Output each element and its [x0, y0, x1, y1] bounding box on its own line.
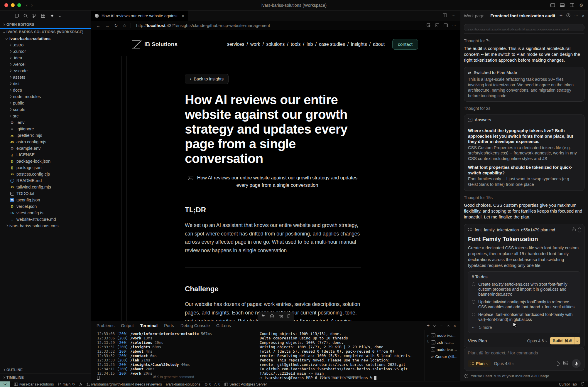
- site-nav-link[interactable]: tools: [291, 42, 301, 47]
- plan-filename[interactable]: font_family_tokenization_e55a1479.plan.m…: [475, 228, 570, 232]
- panel-more-icon[interactable]: ⋯: [440, 324, 443, 328]
- terminal-dev-server-pane[interactable]: 12:33:03 [200] /work/inform-interiors-ne…: [91, 330, 256, 381]
- chat-history-icon[interactable]: [566, 13, 570, 18]
- copy-files-icon[interactable]: [15, 14, 19, 18]
- pan-tool-icon[interactable]: [270, 314, 274, 319]
- tree-file[interactable]: tailwind.config.mjs: [0, 184, 91, 190]
- site-nav-link[interactable]: about: [373, 42, 385, 47]
- cursor-tab-status[interactable]: Cursor Tab: [559, 382, 577, 386]
- new-chat-icon[interactable]: +: [560, 13, 563, 19]
- pointer-tool-icon[interactable]: [261, 314, 265, 319]
- panel-tab[interactable]: Ports: [164, 323, 174, 328]
- new-terminal-icon[interactable]: +: [427, 323, 430, 329]
- maximize-panel-icon[interactable]: [447, 325, 450, 327]
- inspect-element-icon[interactable]: [427, 23, 431, 28]
- panel-tab[interactable]: Output: [121, 323, 134, 328]
- site-nav-link[interactable]: case studies: [319, 42, 345, 47]
- tree-root-folder[interactable]: ivars-bariss-solutions: [0, 35, 91, 42]
- chevron-down-icon[interactable]: [59, 15, 61, 17]
- tree-file[interactable]: LICENSE: [0, 152, 91, 158]
- tree-folder[interactable]: scripts: [0, 106, 91, 113]
- ai-sparkle-icon[interactable]: [50, 14, 54, 18]
- tree-file[interactable]: vitest.config.ts: [0, 210, 91, 216]
- chat-input-box[interactable]: Plan Opus 4.6: [464, 347, 584, 371]
- tree-folder[interactable]: .cursor: [0, 48, 91, 55]
- source-control-icon[interactable]: [32, 14, 36, 18]
- tree-folder[interactable]: node_modules: [0, 93, 91, 100]
- todos-more-row[interactable]: ⋯ 5 more: [472, 325, 577, 330]
- tree-folder[interactable]: docs: [0, 87, 91, 93]
- tree-file[interactable]: .gitignore: [0, 126, 91, 132]
- statusbar-beaker[interactable]: [79, 383, 82, 386]
- notifications-bell-icon[interactable]: [580, 382, 584, 387]
- settings-gear-icon[interactable]: ⚙: [579, 3, 583, 7]
- export-plan-icon[interactable]: [572, 227, 576, 232]
- tree-folder[interactable]: dist: [0, 80, 91, 87]
- terminal-session-item[interactable]: node ivars-...: [427, 346, 459, 353]
- url-bar[interactable]: http://localhost:4321/insights/claude-gi…: [136, 23, 270, 28]
- chat-more-icon[interactable]: ⋯: [574, 14, 578, 18]
- build-button[interactable]: Build⌘⏎: [550, 337, 580, 344]
- statusbar-postgres[interactable]: Select Postgres Server: [224, 382, 267, 386]
- tree-cms-folder[interactable]: ivars-bariss-solutions-cms: [0, 223, 91, 229]
- tree-folder[interactable]: .astro: [0, 42, 91, 48]
- close-panel-icon[interactable]: ×: [453, 323, 456, 328]
- split-preview-icon[interactable]: [444, 23, 448, 28]
- tree-folder[interactable]: assets: [0, 74, 91, 80]
- tree-file[interactable]: postcss.config.cjs: [0, 171, 91, 177]
- voice-input-button[interactable]: [572, 359, 581, 368]
- chat-input[interactable]: [468, 350, 581, 355]
- tree-file[interactable]: example.env: [0, 145, 91, 152]
- terminal-dropdown-icon[interactable]: [433, 324, 436, 327]
- tree-file[interactable]: astro.config.mjs: [0, 139, 91, 145]
- zoom-window-button[interactable]: [17, 3, 21, 7]
- mode-selector[interactable]: Plan: [468, 360, 491, 367]
- tree-folder[interactable]: .vercel: [0, 61, 91, 68]
- minimize-window-button[interactable]: [11, 3, 15, 7]
- view-plan-button[interactable]: View Plan: [468, 339, 487, 343]
- tree-file[interactable]: vercel.json: [0, 203, 91, 210]
- site-nav-link[interactable]: insights: [351, 42, 367, 47]
- attach-image-icon[interactable]: [563, 361, 568, 366]
- tree-folder[interactable]: src: [0, 113, 91, 119]
- site-brand[interactable]: IB Solutions: [132, 40, 178, 48]
- chat-messages[interactable]: Do frontend audit and check if every com…: [460, 21, 588, 347]
- tree-file[interactable]: website-structure.md: [0, 216, 91, 223]
- site-nav-link[interactable]: solutions: [266, 42, 285, 47]
- panel-tab[interactable]: Terminal: [140, 323, 158, 328]
- terminal-session-item[interactable]: ∞ Cursor (kill...: [427, 353, 459, 360]
- thinking-duration[interactable]: Thought for 7s: [464, 38, 584, 43]
- statusbar-problems[interactable]: ⊘0 △0: [205, 382, 220, 386]
- tree-file[interactable]: TODO.txt: [0, 190, 91, 197]
- tree-folder[interactable]: .vscode: [0, 68, 91, 74]
- nav-bookmark-icon[interactable]: ☆: [123, 23, 126, 28]
- remote-indicator[interactable]: ><: [0, 381, 10, 387]
- screenshot-tool-icon[interactable]: [279, 314, 283, 319]
- panel-tab[interactable]: Problems: [97, 323, 114, 328]
- history-back-icon[interactable]: ‹: [26, 2, 28, 8]
- plan-model-selector[interactable]: Opus 4.6: [527, 339, 547, 343]
- browser-more-icon[interactable]: ⋯: [452, 24, 456, 28]
- tree-folder[interactable]: .idea: [0, 55, 91, 61]
- nav-back-icon[interactable]: ←: [96, 23, 100, 28]
- sync-icon[interactable]: ↻: [72, 383, 75, 386]
- statusbar-project[interactable]: ivars-bariss-solutions: [166, 382, 200, 386]
- site-nav-link[interactable]: services: [227, 42, 244, 47]
- terminal-git-pane[interactable]: Counting objects: 100% (13/13), done. De…: [256, 330, 425, 381]
- timeline-section[interactable]: TIMELINE: [0, 373, 91, 381]
- more-actions-icon[interactable]: ⋯: [452, 14, 455, 18]
- todo-item[interactable]: Create src/styles/tokens.css with :root …: [472, 282, 577, 297]
- close-tab-icon[interactable]: ×: [182, 13, 184, 18]
- input-model-selector[interactable]: Opus 4.6: [494, 361, 514, 366]
- answers-card[interactable]: ? Answers Where should the typography to…: [464, 115, 584, 191]
- tree-file[interactable]: README.md: [0, 177, 91, 184]
- user-message-card[interactable]: Do frontend audit and check if every com…: [464, 24, 584, 31]
- thinking-duration[interactable]: Thought for 15s: [464, 195, 584, 200]
- statusbar-pr-status[interactable]: ivarsbariss/growth-brain#4 needs reviewe…: [87, 382, 162, 386]
- chat-tab-active[interactable]: Frontend font tokenization audit: [490, 14, 555, 18]
- nav-refresh-icon[interactable]: ↻: [114, 23, 118, 28]
- open-devtools-icon[interactable]: [435, 23, 439, 28]
- statusbar-workspace[interactable]: ivars-bariss-solutions: [14, 382, 54, 386]
- site-nav-link[interactable]: work: [250, 42, 260, 47]
- thinking-duration[interactable]: Thought for 2s: [464, 106, 584, 111]
